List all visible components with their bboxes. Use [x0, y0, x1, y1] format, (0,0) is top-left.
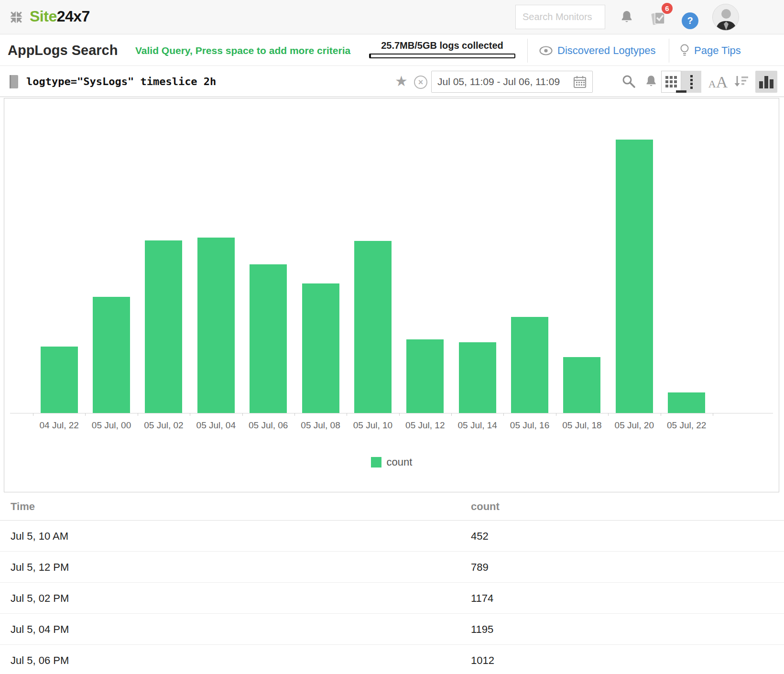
logs-usage-fill	[370, 54, 371, 57]
table-row[interactable]: Jul 5, 06 PM1012	[0, 645, 784, 674]
x-axis-label: 05 Jul, 14	[457, 420, 497, 431]
chart-bar[interactable]	[250, 264, 287, 413]
chart-slot: 05 Jul, 18	[556, 98, 608, 413]
column-header-time: Time	[11, 493, 35, 521]
axis-tick	[661, 413, 661, 416]
search-monitors-input[interactable]	[515, 5, 605, 29]
x-axis-label: 05 Jul, 22	[667, 420, 706, 431]
favorite-star-icon[interactable]: ★	[395, 73, 408, 89]
axis-tick	[85, 413, 86, 416]
query-bar: logtype="SysLogs" timeslice 2h ★ × Jul 0…	[0, 66, 784, 97]
notification-count-badge: 6	[661, 2, 674, 15]
eye-icon	[539, 45, 553, 56]
help-button[interactable]: ?	[682, 12, 698, 29]
bar-chart-icon	[759, 81, 763, 88]
page-tips-label: Page Tips	[694, 44, 741, 57]
axis-tick	[294, 413, 295, 416]
chart-bar[interactable]	[93, 297, 130, 413]
x-axis-label: 05 Jul, 08	[301, 420, 340, 431]
chart-bar[interactable]	[145, 240, 182, 413]
table-row[interactable]: Jul 5, 12 PM789	[0, 552, 784, 583]
cell-count: 1195	[471, 614, 493, 645]
axis-tick	[33, 413, 33, 416]
cell-time: Jul 5, 04 PM	[11, 614, 69, 645]
chart-slot: 05 Jul, 22	[661, 98, 713, 413]
query-input[interactable]: logtype="SysLogs" timeslice 2h	[26, 66, 216, 97]
date-range-value: Jul 05, 11:09 - Jul 06, 11:09	[437, 76, 573, 87]
logo-text-primary: Site	[30, 8, 57, 25]
page-subheader: AppLogs Search Valid Query, Press space …	[0, 35, 784, 66]
axis-tick	[556, 413, 556, 416]
axis-tick	[451, 413, 452, 416]
chart-bar[interactable]	[668, 392, 705, 413]
logs-histogram-panel: 04 Jul, 2205 Jul, 0005 Jul, 0205 Jul, 04…	[4, 98, 779, 492]
alerts-bell-icon[interactable]	[620, 9, 634, 25]
chart-bar[interactable]	[511, 317, 548, 413]
page-tips-link[interactable]: Page Tips	[679, 35, 741, 66]
table-row[interactable]: Jul 5, 02 PM1174	[0, 583, 784, 614]
x-axis-label: 05 Jul, 20	[615, 420, 654, 431]
x-axis-label: 05 Jul, 04	[196, 420, 236, 431]
x-axis-label: 05 Jul, 06	[249, 420, 288, 431]
cell-time: Jul 5, 10 AM	[11, 521, 68, 552]
search-logs-icon[interactable]	[621, 74, 636, 88]
chart-bar[interactable]	[459, 342, 496, 413]
cell-time: Jul 5, 06 PM	[11, 645, 69, 674]
logs-usage: 25.7MB/5GB logs collected	[369, 40, 515, 58]
grid-icon	[665, 76, 677, 87]
discovered-logtypes-link[interactable]: Discovered Logtypes	[539, 35, 655, 66]
legend-item-count[interactable]: count	[4, 456, 779, 468]
axis-tick	[138, 413, 138, 416]
results-table: Time count Jul 5, 10 AM452Jul 5, 12 PM78…	[0, 493, 784, 674]
date-range-picker[interactable]: Jul 05, 11:09 - Jul 06, 11:09	[431, 71, 593, 93]
chart-view-button[interactable]	[755, 71, 777, 93]
x-axis-label: 05 Jul, 12	[405, 420, 445, 431]
x-axis-label: 05 Jul, 02	[144, 420, 183, 431]
axis-tick	[347, 413, 347, 416]
chart-bar[interactable]	[406, 339, 444, 413]
chart-slot: 05 Jul, 00	[85, 98, 137, 413]
list-view-button[interactable]	[681, 71, 701, 93]
grid-view-button[interactable]	[661, 71, 681, 93]
x-axis-label: 05 Jul, 16	[510, 420, 549, 431]
clear-query-icon[interactable]: ×	[414, 76, 427, 89]
collapse-menu-icon[interactable]	[9, 10, 24, 25]
x-axis-label: 05 Jul, 10	[353, 420, 392, 431]
table-row[interactable]: Jul 5, 04 PM1195	[0, 614, 784, 645]
font-size-button[interactable]: AA	[707, 70, 730, 93]
chart-slot: 05 Jul, 04	[190, 98, 242, 413]
x-axis-label: 05 Jul, 00	[92, 420, 131, 431]
site24x7-logo[interactable]: Site24x7	[30, 8, 90, 25]
chart-slot: 05 Jul, 20	[608, 98, 660, 413]
chart-bar[interactable]	[41, 347, 78, 413]
chart-bar[interactable]	[197, 238, 235, 413]
axis-tick	[608, 413, 609, 416]
axis-tick	[503, 413, 504, 416]
legend-swatch	[371, 457, 381, 467]
logo-text-secondary: 24x7	[57, 8, 90, 25]
chart-slot: 04 Jul, 22	[33, 98, 85, 413]
column-header-count: count	[471, 493, 500, 521]
axis-tick	[190, 413, 190, 416]
legend-label: count	[387, 456, 413, 468]
chart-bar[interactable]	[302, 283, 339, 413]
sort-descending-button[interactable]	[733, 75, 750, 89]
x-axis-line	[10, 413, 773, 413]
saved-queries-icon[interactable]	[8, 74, 20, 89]
table-row[interactable]: Jul 5, 10 AM452	[0, 521, 784, 552]
logs-usage-progressbar	[369, 54, 515, 58]
cell-count: 789	[471, 552, 489, 583]
discovered-logtypes-label: Discovered Logtypes	[557, 44, 655, 57]
chart-bar[interactable]	[616, 140, 653, 413]
cell-time: Jul 5, 02 PM	[11, 583, 69, 614]
x-axis-label: 05 Jul, 18	[562, 420, 601, 431]
chart-bar[interactable]	[563, 357, 600, 413]
alert-bell-icon[interactable]	[644, 74, 658, 89]
cell-count: 452	[471, 521, 489, 552]
axis-tick	[399, 413, 400, 416]
chart-bar[interactable]	[354, 241, 392, 413]
table-body: Jul 5, 10 AM452Jul 5, 12 PM789Jul 5, 02 …	[0, 521, 784, 674]
top-header: Site24x7 6 ?	[0, 0, 784, 34]
user-avatar[interactable]	[712, 4, 739, 31]
chart-slot: 05 Jul, 16	[503, 98, 555, 413]
